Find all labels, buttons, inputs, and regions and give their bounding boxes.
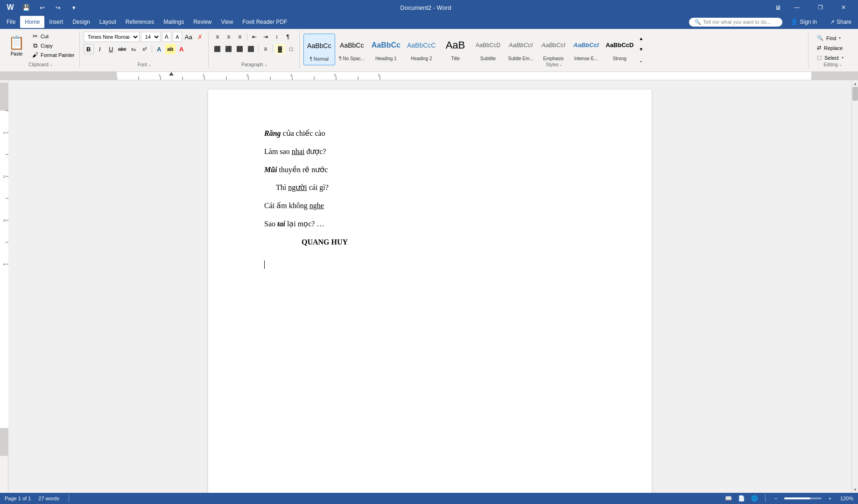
read-view-button[interactable]: 📖 (724, 494, 733, 503)
decrease-font-size-button[interactable]: A (173, 32, 182, 42)
style-normal[interactable]: AaBbCc ¶ Normal (303, 34, 335, 65)
menu-file[interactable]: File (2, 16, 20, 28)
styles-expand-icon[interactable]: ⌄ (559, 63, 563, 67)
style-title[interactable]: AaB Title (439, 34, 471, 65)
menu-references[interactable]: References (121, 16, 159, 28)
ruler-right-side (853, 72, 858, 80)
menu-view[interactable]: View (217, 16, 238, 28)
menu-mailings[interactable]: Mailings (159, 16, 189, 28)
style-subtitle[interactable]: AaBbCcD Subtitle (472, 34, 504, 65)
menu-insert[interactable]: Insert (44, 16, 68, 28)
align-right-button[interactable]: ⬛ (235, 44, 245, 54)
zoom-out-button[interactable]: − (771, 495, 781, 502)
doc-line-1: Răng của chiếc cào (264, 127, 596, 140)
undo-button[interactable]: ↩ (35, 1, 49, 14)
scrollbar-track[interactable] (852, 87, 858, 486)
zoom-level[interactable]: 120% (840, 496, 853, 501)
share-button[interactable]: ↗ Share (825, 17, 856, 27)
sign-in-button[interactable]: 👤 Sign in (786, 17, 822, 27)
styles-scroll-down-button[interactable]: ▼ (637, 44, 645, 55)
indent-marker[interactable] (169, 72, 174, 76)
subscript-button[interactable]: x₂ (128, 44, 139, 54)
scroll-down-button[interactable]: ▼ (852, 486, 858, 493)
shading-button[interactable]: ▓ (275, 44, 285, 54)
show-hide-button[interactable]: ¶ (283, 32, 293, 42)
menu-layout[interactable]: Layout (95, 16, 121, 28)
document-content[interactable]: Răng của chiếc cào Làm sao nhai được? Mũ… (264, 127, 596, 272)
text-effects-button[interactable]: A (154, 44, 164, 54)
qat-customize-button[interactable]: ▾ (67, 1, 80, 14)
strikethrough-button[interactable]: abc (117, 44, 127, 54)
align-center-button[interactable]: ⬛ (224, 44, 234, 54)
justify-button[interactable]: ⬛ (246, 44, 256, 54)
web-view-button[interactable]: 🌐 (750, 494, 760, 503)
change-case-button[interactable]: Aa (183, 32, 194, 42)
multilevel-button[interactable]: ≡ (235, 32, 245, 42)
style-emphasis[interactable]: AaBbCcI Emphasis (537, 34, 569, 65)
scroll-up-button[interactable]: ▲ (852, 80, 858, 87)
menu-home[interactable]: Home (20, 16, 44, 28)
borders-button[interactable]: □ (286, 44, 296, 54)
doc-line-4-before: Thì (276, 183, 288, 191)
clipboard-expand-icon[interactable]: ⌄ (49, 63, 53, 67)
para-row-2: ⬛ ⬛ ⬛ ⬛ ≡ ▓ □ (212, 44, 296, 54)
tell-me-input[interactable]: 🔍 Tell me what you want to do... (689, 18, 782, 27)
format-painter-button[interactable]: 🖌 Format Painter (29, 50, 77, 59)
replace-icon: ⇄ (817, 45, 821, 51)
style-title-preview: AaB (446, 35, 465, 55)
align-left-button[interactable]: ⬛ (212, 44, 223, 54)
save-button[interactable]: 💾 (20, 1, 33, 14)
increase-font-size-button[interactable]: A (162, 32, 171, 42)
clear-formatting-button[interactable]: ✗ (195, 32, 205, 42)
style-strong[interactable]: AaBbCcD Strong (603, 34, 636, 65)
underline-button[interactable]: U (106, 44, 116, 54)
menu-review[interactable]: Review (189, 16, 216, 28)
display-mode-button[interactable]: 🖥 (771, 1, 784, 14)
redo-button[interactable]: ↪ (51, 1, 64, 14)
font-color-button[interactable]: A (176, 44, 187, 54)
editing-expand-icon[interactable]: ⌄ (839, 63, 842, 67)
increase-indent-button[interactable]: ⇥ (260, 32, 271, 42)
scrollbar-thumb[interactable] (852, 87, 858, 101)
print-view-button[interactable]: 📄 (737, 494, 746, 503)
bold-button[interactable]: B (84, 44, 94, 54)
zoom-slider[interactable] (784, 497, 822, 499)
decrease-indent-button[interactable]: ⇤ (249, 32, 260, 42)
style-heading1[interactable]: AaBbCc Heading 1 (369, 34, 403, 65)
ruler-content[interactable]: 1 2 3 4 5 6 (117, 72, 811, 80)
style-subtitle-preview: AaBbCcD (476, 35, 500, 55)
sort-button[interactable]: ↕ (272, 32, 282, 42)
superscript-button[interactable]: x² (140, 44, 150, 54)
restore-button[interactable]: ❐ (809, 0, 831, 15)
word-count: 27 words (38, 496, 59, 501)
close-button[interactable]: ✕ (833, 0, 854, 15)
italic-button[interactable]: I (95, 44, 105, 54)
doc-line-5: Cái ấm không nghe (264, 199, 596, 213)
copy-button[interactable]: ⧉ Copy (29, 41, 77, 50)
document-page[interactable]: Răng của chiếc cào Làm sao nhai được? Mũ… (208, 90, 652, 493)
font-size-select[interactable]: 14 (141, 32, 161, 42)
minimize-button[interactable]: — (786, 0, 808, 15)
style-heading2[interactable]: AaBbCcC Heading 2 (404, 34, 438, 65)
font-expand-icon[interactable]: ⌄ (148, 63, 151, 67)
font-name-select[interactable]: Times New Roman (84, 32, 140, 42)
line-spacing-button[interactable]: ≡ (260, 44, 271, 54)
paste-button[interactable]: 📋 Paste (5, 32, 28, 60)
menu-design[interactable]: Design (68, 16, 94, 28)
numbering-button[interactable]: ≡ (224, 32, 234, 42)
zoom-in-button[interactable]: + (825, 495, 835, 502)
style-no-space[interactable]: AaBbCc ¶ No Spac... (336, 34, 368, 65)
styles-scroll-up-button[interactable]: ▲ (637, 33, 645, 44)
find-button[interactable]: 🔍 Find ▾ (814, 34, 846, 42)
bullets-button[interactable]: ≡ (212, 32, 223, 42)
document-area[interactable]: Răng của chiếc cào Làm sao nhai được? Mũ… (8, 80, 851, 493)
paragraph-expand-icon[interactable]: ⌄ (264, 63, 267, 67)
ruler-left-side (0, 72, 5, 80)
style-intense-em[interactable]: AaBbCcI Intense E... (570, 34, 602, 65)
style-subtle-em[interactable]: AaBbCcI Subtle Em... (505, 34, 536, 65)
replace-button[interactable]: ⇄ Replace (814, 43, 846, 52)
select-button[interactable]: ⬚ Select ▾ (814, 53, 846, 62)
cut-button[interactable]: ✂ Cut (29, 32, 77, 41)
menu-foxit[interactable]: Foxit Reader PDF (238, 16, 292, 28)
text-highlight-button[interactable]: ab (165, 44, 176, 54)
